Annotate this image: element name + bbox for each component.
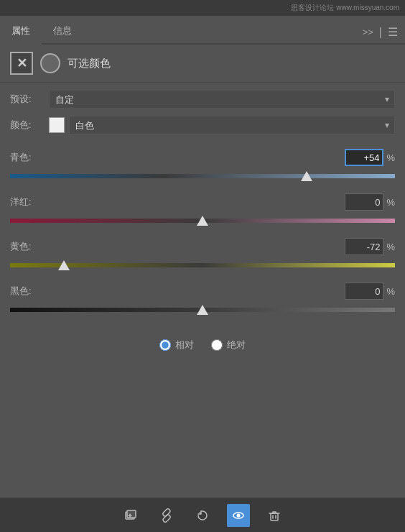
svg-rect-1: [127, 510, 136, 518]
radio-row: 相对 绝对: [0, 327, 405, 359]
yellow-slider-row: 黄色: %: [10, 238, 395, 272]
relative-radio[interactable]: [159, 339, 171, 351]
tab-info[interactable]: 信息: [42, 20, 83, 45]
cyan-input-group: %: [345, 149, 395, 166]
black-value-input[interactable]: [345, 283, 383, 300]
panel-header: ✕ 可选颜色: [0, 45, 405, 83]
absolute-label: 绝对: [227, 339, 246, 352]
adjustment-icon-box: ✕: [10, 52, 33, 75]
slider-section: 青色: % 洋红: %: [0, 149, 405, 317]
circle-icon: [40, 53, 60, 73]
color-select[interactable]: 白色: [69, 116, 395, 134]
preset-select-wrapper[interactable]: 自定 ▾: [49, 90, 395, 109]
yellow-label: 黄色:: [10, 240, 32, 253]
form-section: 预设: 自定 ▾ 颜色: 白色 ▾: [0, 83, 405, 149]
relative-radio-label[interactable]: 相对: [159, 339, 194, 352]
absolute-radio[interactable]: [211, 339, 223, 351]
preset-row: 预设: 自定 ▾: [10, 90, 395, 109]
color-row: 颜色: 白色 ▾: [10, 116, 395, 134]
magenta-slider-row: 洋红: %: [10, 193, 395, 228]
eye-button[interactable]: [227, 504, 250, 527]
svg-point-3: [237, 513, 241, 517]
bottom-toolbar: [0, 497, 405, 532]
cyan-label: 青色:: [10, 151, 32, 164]
relative-label: 相对: [175, 339, 194, 352]
magenta-percent: %: [386, 197, 395, 208]
panel-title: 可选颜色: [68, 57, 111, 70]
black-track-container[interactable]: [10, 303, 395, 317]
link-button[interactable]: [155, 504, 178, 527]
cyan-track-container[interactable]: [10, 169, 395, 183]
svg-rect-4: [271, 513, 278, 520]
cyan-slider-row: 青色: %: [10, 149, 395, 183]
eye-icon: [231, 508, 246, 523]
tab-properties[interactable]: 属性: [0, 20, 42, 45]
color-label: 颜色:: [10, 119, 43, 132]
black-label: 黑色:: [10, 285, 32, 298]
magenta-input-group: %: [345, 193, 395, 211]
tab-icons: >> | ☰: [363, 25, 405, 43]
yellow-track-container[interactable]: [10, 258, 395, 272]
add-layer-button[interactable]: [119, 504, 142, 527]
preset-label: 预设:: [10, 93, 43, 106]
color-select-wrapper[interactable]: 白色 ▾: [49, 116, 395, 134]
cyan-value-input[interactable]: [345, 149, 383, 166]
black-percent: %: [386, 286, 395, 297]
magenta-track-container[interactable]: [10, 214, 395, 228]
tab-bar: 属性 信息 >> | ☰: [0, 16, 405, 45]
watermark-text: 思客设计论坛 www.missyuan.com: [291, 3, 399, 13]
link-icon: [159, 508, 174, 523]
panel-content: ✕ 可选颜色 预设: 自定 ▾ 颜色: 白色 ▾: [0, 45, 405, 532]
black-slider-row: 黑色: %: [10, 283, 395, 317]
delete-icon: [267, 508, 281, 523]
reset-icon: [195, 508, 210, 523]
watermark-bar: 思客设计论坛 www.missyuan.com: [0, 0, 405, 16]
yellow-value-input[interactable]: [345, 238, 383, 255]
magenta-value-input[interactable]: [345, 193, 383, 211]
color-swatch: [49, 117, 65, 133]
black-input-group: %: [345, 283, 395, 300]
absolute-radio-label[interactable]: 绝对: [211, 339, 246, 352]
magenta-label: 洋红:: [10, 196, 32, 208]
yellow-input-group: %: [345, 238, 395, 255]
add-layer-icon: [124, 508, 138, 523]
x-icon: ✕: [17, 55, 27, 71]
menu-icon[interactable]: ☰: [388, 25, 398, 39]
yellow-percent: %: [386, 242, 395, 252]
delete-button[interactable]: [263, 504, 286, 527]
reset-button[interactable]: [191, 504, 214, 527]
preset-select[interactable]: 自定: [49, 90, 395, 109]
cyan-percent: %: [386, 152, 395, 163]
forward-icon[interactable]: >>: [363, 27, 373, 37]
